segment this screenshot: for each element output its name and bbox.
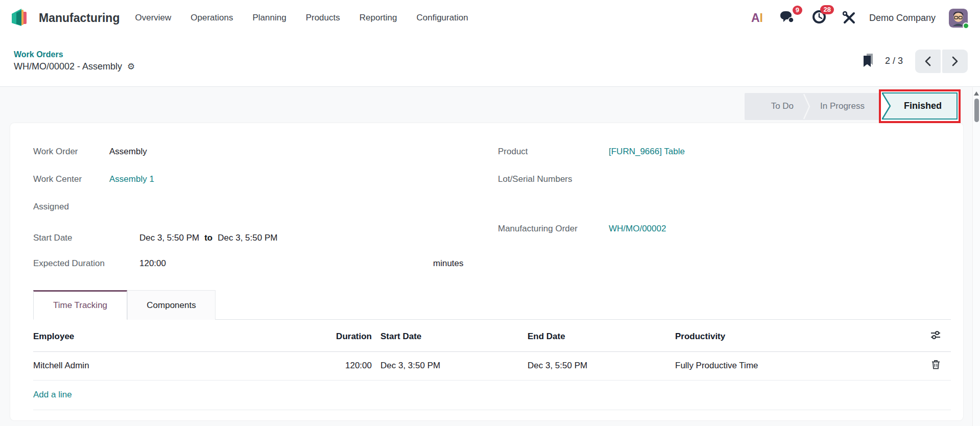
time-tracking-table: Employee Duration Start Date End Date Pr… [33, 322, 951, 410]
activities-menu[interactable]: 28 [812, 10, 826, 26]
form-left-column: Work Order Assembly Work Center Assembly… [33, 143, 488, 273]
messages-badge: 9 [793, 6, 802, 15]
control-panel: Work Orders WH/MO/00002 - Assembly ⚙ 2 /… [0, 36, 980, 87]
add-line-row: Add a line [33, 380, 951, 410]
status-step-finished[interactable]: Finished [882, 92, 958, 120]
expected-duration-input[interactable]: 120:00 [139, 258, 166, 269]
form-right-column: Product [FURN_9666] Table Lot/Serial Num… [498, 143, 951, 273]
table-row[interactable]: Mitchell Admin 120:00 Dec 3, 3:50 PM Dec… [33, 351, 951, 380]
column-employee: Employee [33, 322, 280, 351]
field-expected-duration: Expected Duration 120:00 minutes [33, 254, 488, 273]
field-label: Manufacturing Order [498, 224, 609, 234]
add-a-line-button[interactable]: Add a line [33, 390, 72, 399]
work-order-value[interactable]: Assembly [109, 147, 147, 157]
column-productivity: Productivity [675, 322, 920, 351]
pager-next-button[interactable] [942, 50, 968, 73]
main-menu: Overview Operations Planning Products Re… [135, 13, 468, 23]
scrollbar-thumb[interactable] [974, 99, 979, 122]
field-lot-serial: Lot/Serial Numbers [498, 170, 951, 188]
tab-components[interactable]: Components [127, 290, 216, 320]
menu-overview[interactable]: Overview [135, 13, 171, 23]
gear-icon[interactable]: ⚙ [127, 61, 135, 72]
notebook-tabs: Time Tracking Components [33, 290, 951, 320]
start-date-from-input[interactable]: Dec 3, 5:50 PM [139, 233, 199, 243]
duration-unit-label: minutes [433, 258, 464, 269]
status-step-in-progress[interactable]: In Progress [811, 101, 874, 111]
menu-operations[interactable]: Operations [190, 13, 233, 23]
menu-configuration[interactable]: Configuration [416, 13, 468, 23]
work-center-link[interactable]: Assembly 1 [109, 174, 154, 184]
annotation-highlight-box: Finished [879, 89, 961, 123]
status-step-separator [803, 93, 811, 120]
menu-products[interactable]: Products [306, 13, 340, 23]
app-name[interactable]: Manufacturing [39, 11, 119, 25]
field-manufacturing-order: Manufacturing Order WH/MO/00002 [498, 220, 951, 238]
cell-productivity[interactable]: Fully Productive Time [675, 351, 920, 380]
chevron-left-icon [924, 56, 931, 66]
statusbar: To Do In Progress Finished [0, 89, 961, 123]
scroll-up-arrow[interactable] [974, 91, 979, 96]
column-duration: Duration [280, 322, 372, 351]
chevron-right-icon [951, 56, 959, 66]
menu-reporting[interactable]: Reporting [360, 13, 397, 23]
menu-planning[interactable]: Planning [252, 13, 286, 23]
column-start-date: Start Date [372, 322, 528, 351]
field-label: Product [498, 147, 609, 157]
cell-start-date[interactable]: Dec 3, 3:50 PM [372, 351, 528, 380]
trash-icon [931, 360, 940, 369]
field-start-date: Start Date Dec 3, 5:50 PM to Dec 3, 5:50… [33, 229, 488, 247]
manufacturing-order-link[interactable]: WH/MO/00002 [609, 224, 666, 234]
activities-badge: 28 [820, 5, 833, 14]
page-title: WH/MO/00002 - Assembly [14, 61, 122, 72]
start-date-to-input[interactable]: Dec 3, 5:50 PM [218, 233, 277, 243]
field-work-order: Work Order Assembly [33, 143, 488, 161]
tab-time-tracking[interactable]: Time Tracking [33, 290, 127, 320]
user-avatar[interactable] [949, 9, 968, 28]
pager-previous-button[interactable] [915, 50, 941, 73]
ai-icon[interactable]: AI [751, 11, 763, 25]
status-step-arrow [882, 92, 892, 120]
field-label: Start Date [33, 233, 139, 243]
product-link[interactable]: [FURN_9666] Table [609, 147, 685, 157]
chat-bubble-icon [779, 10, 795, 26]
column-end-date: End Date [528, 322, 675, 351]
breadcrumb[interactable]: Work Orders [14, 50, 135, 59]
field-label: Work Center [33, 174, 109, 184]
field-work-center: Work Center Assembly 1 [33, 170, 488, 188]
field-label: Lot/Serial Numbers [498, 174, 609, 184]
delete-row-button[interactable] [931, 360, 940, 369]
wrench-screwdriver-icon[interactable] [843, 11, 856, 25]
date-range-separator: to [204, 233, 212, 243]
field-label: Expected Duration [33, 258, 139, 269]
bookmark-icon[interactable] [862, 53, 875, 70]
cell-duration[interactable]: 120:00 [280, 351, 372, 380]
cell-employee[interactable]: Mitchell Admin [33, 351, 280, 380]
sliders-icon [930, 330, 941, 340]
field-assigned: Assigned [33, 198, 488, 216]
pager-count: 2 / 3 [885, 56, 903, 66]
company-switcher[interactable]: Demo Company [869, 13, 936, 23]
vertical-scrollbar[interactable] [972, 87, 980, 426]
status-step-todo[interactable]: To Do [762, 101, 803, 111]
manufacturing-app-icon[interactable] [10, 8, 32, 28]
field-label: Work Order [33, 147, 109, 157]
messages-menu[interactable]: 9 [779, 10, 795, 26]
online-status-dot [963, 22, 969, 29]
field-label: Assigned [33, 202, 109, 212]
table-header-row: Employee Duration Start Date End Date Pr… [33, 322, 951, 351]
cell-end-date[interactable]: Dec 3, 5:50 PM [528, 351, 675, 380]
top-navbar: Manufacturing Overview Operations Planni… [0, 0, 980, 36]
field-product: Product [FURN_9666] Table [498, 143, 951, 161]
form-sheet: Work Order Assembly Work Center Assembly… [10, 123, 963, 420]
optional-columns-button[interactable] [930, 330, 941, 340]
